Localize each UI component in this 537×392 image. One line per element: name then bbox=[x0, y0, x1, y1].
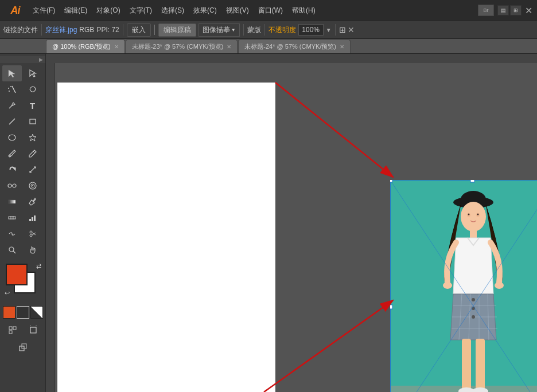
tool-ellipse[interactable] bbox=[2, 130, 22, 146]
tool-select[interactable] bbox=[2, 65, 22, 81]
svg-line-6 bbox=[9, 119, 15, 124]
tool-line[interactable] bbox=[2, 113, 22, 130]
tab-3-close-icon[interactable]: ✕ bbox=[340, 44, 344, 50]
linked-files-label: 链接的文件 bbox=[3, 25, 38, 35]
menu-effect[interactable]: 效果(C) bbox=[189, 5, 221, 17]
tool-blend[interactable] bbox=[2, 178, 22, 194]
tool-zoom[interactable] bbox=[2, 242, 22, 258]
tab-3[interactable]: 未标题-24* @ 57% (CMYK/预览) ✕ bbox=[238, 40, 351, 53]
tool-symbol[interactable] bbox=[3, 322, 22, 338]
ruler-vertical bbox=[46, 63, 55, 392]
extra-color-row bbox=[3, 306, 43, 319]
svg-rect-33 bbox=[9, 327, 12, 330]
placed-image[interactable]: 河南龙网 bbox=[390, 180, 537, 392]
svg-point-61 bbox=[472, 315, 475, 319]
menu-object[interactable]: 对象(O) bbox=[92, 5, 124, 17]
opacity-input[interactable] bbox=[298, 24, 324, 36]
separator-1 bbox=[41, 24, 42, 36]
menu-text[interactable]: 文字(T) bbox=[125, 5, 157, 17]
svg-point-3 bbox=[8, 88, 9, 89]
svg-rect-25 bbox=[34, 215, 36, 221]
menu-file[interactable]: 文件(F) bbox=[28, 5, 60, 17]
tool-gradient[interactable] bbox=[2, 194, 22, 210]
svg-point-47 bbox=[468, 214, 470, 215]
tool-magic-wand[interactable] bbox=[2, 81, 22, 97]
swap-colors-icon[interactable]: ⇄ bbox=[36, 262, 41, 270]
svg-point-8 bbox=[9, 135, 15, 140]
menu-view[interactable]: 视图(V) bbox=[221, 5, 254, 17]
tab-3-label: 未标题-24* @ 57% (CMYK/预览) bbox=[244, 42, 336, 51]
tab-1-close-icon[interactable]: ✕ bbox=[114, 44, 119, 50]
opacity-dropdown-icon[interactable]: ▼ bbox=[326, 27, 332, 33]
svg-rect-23 bbox=[29, 219, 31, 221]
tool-target[interactable] bbox=[23, 178, 42, 194]
tool-pencil[interactable] bbox=[23, 146, 42, 162]
tab-1[interactable]: @ 100% (RGB/预览) ✕ bbox=[46, 40, 125, 53]
menu-help[interactable]: 帮助(H) bbox=[287, 5, 320, 17]
color-preset-2[interactable] bbox=[17, 306, 29, 319]
svg-rect-35 bbox=[9, 331, 12, 334]
svg-point-44 bbox=[461, 202, 486, 232]
colormode-label: RGB bbox=[79, 26, 94, 34]
close-window-icon[interactable]: ✕ bbox=[525, 5, 532, 16]
tab-2-label: 未标题-23* @ 57% (CMYK/预览) bbox=[132, 42, 224, 51]
tool-star[interactable] bbox=[23, 130, 42, 146]
menu-bar: Ai 文件(F) 编辑(E) 对象(O) 文字(T) 选择(S) 效果(C) 视… bbox=[0, 0, 537, 21]
image-trace-dropdown[interactable]: 图像描摹 ▼ bbox=[199, 23, 240, 37]
tool-direct-select[interactable] bbox=[23, 65, 42, 81]
menu-window[interactable]: 窗口(W) bbox=[254, 5, 287, 17]
svg-point-17 bbox=[32, 185, 33, 186]
app-logo: Ai bbox=[5, 0, 26, 21]
svg-rect-34 bbox=[13, 327, 16, 330]
tool-type[interactable]: T bbox=[23, 97, 42, 113]
search-icon[interactable]: Br bbox=[478, 5, 494, 16]
color-preset-3[interactable] bbox=[30, 306, 43, 319]
grid-icons: ⊞ ✕ bbox=[339, 25, 355, 34]
main-area: ▶ T bbox=[0, 54, 537, 392]
svg-point-64 bbox=[458, 387, 474, 392]
tool-pen[interactable] bbox=[2, 97, 22, 113]
tab-2-close-icon[interactable]: ✕ bbox=[227, 44, 231, 50]
svg-point-65 bbox=[472, 387, 488, 392]
ruler-corner: ▶ bbox=[0, 56, 45, 63]
color-preset-1[interactable] bbox=[3, 306, 15, 319]
type-icon: T bbox=[30, 101, 35, 111]
tool-lasso[interactable] bbox=[23, 81, 42, 97]
layout-btn-1[interactable]: ▤ bbox=[497, 5, 509, 15]
menu-edit[interactable]: 编辑(E) bbox=[60, 5, 92, 17]
tool-eyedropper[interactable] bbox=[23, 194, 42, 210]
edit-original-button[interactable]: 编辑原稿 bbox=[158, 23, 196, 37]
tool-brush[interactable] bbox=[2, 146, 22, 162]
tool-rect[interactable] bbox=[23, 113, 42, 130]
layout-options: ▤ ⊞ bbox=[497, 5, 522, 15]
separator-2 bbox=[123, 24, 123, 36]
tool-measure[interactable] bbox=[2, 210, 22, 226]
reset-colors-icon[interactable]: ↩ bbox=[5, 289, 10, 297]
tab-2[interactable]: 未标题-23* @ 57% (CMYK/预览) ✕ bbox=[126, 40, 238, 53]
tool-hand[interactable] bbox=[23, 242, 42, 258]
tool-bars[interactable] bbox=[23, 210, 42, 226]
canvas-area[interactable]: 河南龙网 bbox=[46, 54, 537, 392]
svg-rect-63 bbox=[476, 339, 485, 390]
tool-arrange[interactable] bbox=[13, 339, 33, 355]
tool-artboard[interactable] bbox=[24, 322, 43, 338]
tool-scissors[interactable] bbox=[23, 226, 42, 242]
svg-rect-24 bbox=[32, 217, 33, 221]
foreground-color-swatch[interactable] bbox=[6, 264, 28, 285]
girl-figure bbox=[427, 191, 519, 392]
close-icon[interactable]: ✕ bbox=[348, 25, 355, 34]
svg-point-31 bbox=[9, 247, 14, 252]
svg-point-48 bbox=[477, 214, 479, 215]
svg-point-60 bbox=[472, 307, 475, 310]
grid-icon-1[interactable]: ⊞ bbox=[339, 25, 346, 34]
tool-scale[interactable] bbox=[23, 162, 42, 178]
svg-line-0 bbox=[12, 86, 15, 93]
opacity-label: 不透明度 bbox=[268, 25, 296, 35]
menu-select[interactable]: 选择(S) bbox=[157, 5, 189, 17]
layout-btn-2[interactable]: ⊞ bbox=[510, 5, 522, 15]
control-bar: 链接的文件 穿丝袜.jpg RGB PPI: 72 嵌入 编辑原稿 图像描摹 ▼… bbox=[0, 21, 537, 39]
tool-rotate[interactable] bbox=[2, 162, 22, 178]
svg-rect-7 bbox=[30, 119, 36, 124]
embed-button[interactable]: 嵌入 bbox=[127, 23, 151, 37]
tool-warp[interactable] bbox=[2, 226, 22, 242]
